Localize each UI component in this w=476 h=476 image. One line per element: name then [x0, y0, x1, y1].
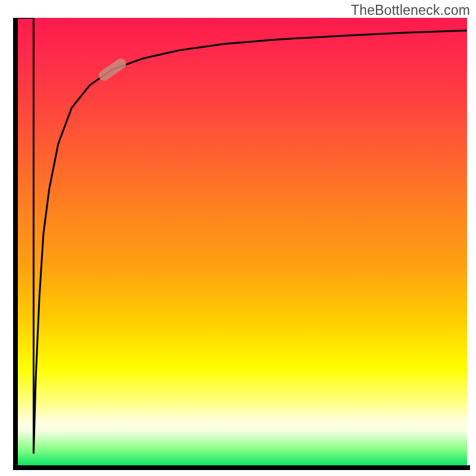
curve-svg	[18, 18, 467, 467]
y-axis	[13, 18, 18, 470]
attribution-text: TheBottleneck.com	[351, 2, 470, 18]
x-axis	[13, 465, 470, 470]
chart-container: TheBottleneck.com	[0, 0, 476, 476]
bottleneck-curve	[18, 18, 467, 453]
